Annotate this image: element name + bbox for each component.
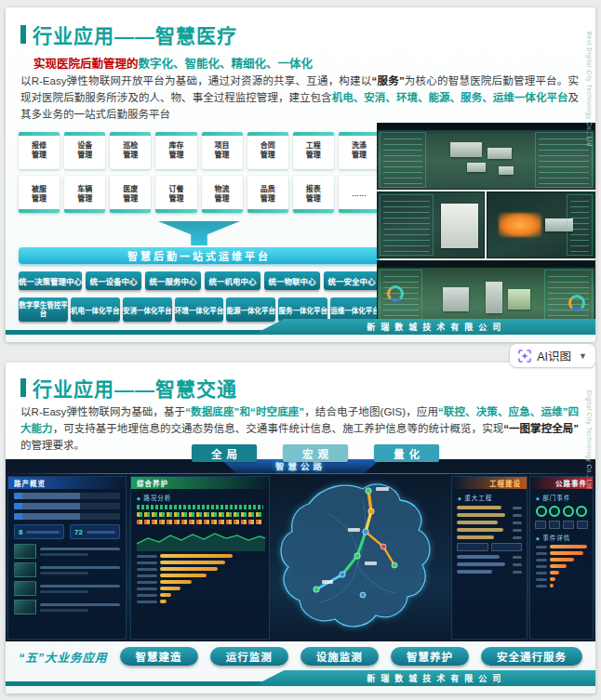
panel-road-events-header: 公路事件 — [530, 477, 593, 489]
module-label: 订餐管理 — [167, 185, 184, 204]
maintenance-bar-row — [137, 600, 263, 603]
module-card: 库存管理 — [155, 132, 196, 169]
bar — [160, 587, 180, 590]
project-row — [457, 570, 522, 574]
project-meta-bar — [513, 556, 522, 559]
center-button: 统一安全中心 — [324, 271, 380, 290]
event-thumbnail — [14, 600, 36, 614]
module-card: 项目管理 — [202, 132, 243, 169]
project-row — [457, 513, 522, 517]
text-line — [40, 585, 120, 588]
para-segment: 的管理要求。 — [20, 440, 85, 451]
text-line — [40, 590, 88, 593]
project-title-bar — [457, 513, 505, 517]
trend-area-chart — [137, 527, 265, 551]
title-accent-bar — [20, 25, 26, 44]
region-map — [272, 476, 450, 640]
maintenance-bar-row — [137, 567, 263, 571]
event-thumbnail — [14, 581, 36, 596]
module-card: 报表管理 — [293, 176, 334, 213]
gauge-ring — [568, 295, 585, 311]
service-button: 智慧养护 — [391, 647, 469, 666]
bar-label — [137, 601, 157, 603]
ai-scan-icon — [518, 350, 531, 363]
building — [508, 289, 530, 310]
slide2-title: 行业应用——智慧交通 — [33, 374, 237, 402]
project-row — [457, 506, 522, 509]
panel-road-assets-header: 路产概览 — [8, 477, 126, 489]
ai-recognize-button[interactable]: AI识图 ▼ — [509, 343, 596, 368]
project-meta-bar — [513, 571, 522, 574]
bar — [160, 554, 233, 558]
stat-chip: 72 — [70, 524, 120, 539]
event-bar-row — [536, 545, 587, 548]
module-card: 品质管理 — [247, 176, 288, 213]
event-text — [40, 601, 120, 614]
company-name: 新瑞数城技术有限公司 — [367, 672, 506, 684]
sub-major-projects: 重大工程 — [458, 493, 521, 502]
module-label: 库存管理 — [167, 141, 184, 160]
tag — [491, 543, 523, 551]
bar-label — [137, 568, 157, 571]
project-meta-bar — [513, 529, 522, 532]
building — [450, 142, 482, 157]
center-button: 统一物联中心 — [264, 271, 320, 290]
tag — [457, 543, 488, 551]
module-card: 报修管理 — [19, 132, 60, 169]
center-button: 统一机电中心 — [205, 271, 260, 290]
maintenance-bar-row — [137, 554, 263, 558]
bar-label — [137, 594, 157, 597]
view-button-quantify: 量化 — [374, 444, 439, 462]
module-label: 车辆管理 — [76, 185, 93, 204]
overlay-panel — [535, 132, 593, 188]
maintenance-bar-row — [137, 593, 263, 597]
bar — [550, 571, 559, 575]
road-condition-strip — [137, 505, 263, 509]
para-segment: 以R-Easy弹性物联网为基础，基于 — [20, 406, 185, 417]
slide1-footer: 新瑞数城技术有限公司 — [6, 318, 595, 335]
stat-chip — [549, 521, 560, 529]
road-condition-strip — [137, 520, 263, 524]
slide-smart-transportation[interactable]: 行业应用——智慧交通 以R-Easy弹性物联网为基础，基于“数据底座”和“时空底… — [6, 363, 595, 693]
project-meta-bar — [513, 536, 522, 539]
collage-middle-row — [377, 192, 595, 258]
overlay-panel — [380, 132, 426, 188]
title-accent-bar — [20, 378, 26, 397]
bar — [160, 574, 207, 577]
slide2-footer: 新瑞数城技术有限公司 — [6, 669, 595, 686]
bar-label — [137, 588, 157, 590]
module-card: 洗涤管理 — [339, 132, 380, 169]
para-segment: 以R-Easy弹性物联网开放平台为基础，通过对资源的共享、互通，构建以 — [20, 75, 372, 86]
page: 行业应用——智慧医疗 实现医院后勤管理的数字化、智能化、精细化、一体化 以R-E… — [0, 0, 601, 700]
hospital-dashboard-image-1 — [377, 123, 595, 190]
bar — [550, 577, 555, 581]
data-row — [14, 493, 120, 499]
text-line — [40, 566, 120, 569]
company-name: 新瑞数城技术有限公司 — [367, 321, 506, 333]
service-button: 智慧建造 — [120, 647, 198, 666]
text-line — [40, 553, 88, 556]
module-label: 设备管理 — [76, 141, 93, 160]
para-segment: ，可支持基于地理信息的交通态势信息、交通事件统计信息、施工养护信息等的统计概览，… — [53, 423, 504, 434]
module-label: 巡检管理 — [122, 141, 139, 160]
project-meta-bar — [513, 514, 522, 517]
text-line — [40, 572, 88, 575]
project-row — [457, 521, 522, 524]
project-title-bar — [457, 562, 505, 566]
department-event-donuts — [536, 506, 587, 517]
view-button-global: 全局 — [192, 444, 257, 462]
module-card: 订餐管理 — [155, 176, 196, 213]
module-label: 报表管理 — [305, 185, 322, 204]
text-line — [40, 603, 120, 606]
event-list-item — [14, 544, 120, 559]
road-condition-strip — [137, 512, 263, 517]
project-row — [457, 535, 522, 539]
slide-smart-healthcare[interactable]: 行业应用——智慧医疗 实现医院后勤管理的数字化、智能化、精细化、一体化 以R-E… — [6, 7, 595, 342]
module-label: 报修管理 — [31, 141, 47, 160]
gauge-ring — [387, 285, 404, 302]
bar — [550, 584, 554, 588]
project-title-bar — [457, 555, 500, 559]
data-row — [14, 513, 120, 520]
chevron-down-icon[interactable]: ▼ — [579, 351, 587, 361]
module-card: 工程管理 — [293, 132, 334, 169]
